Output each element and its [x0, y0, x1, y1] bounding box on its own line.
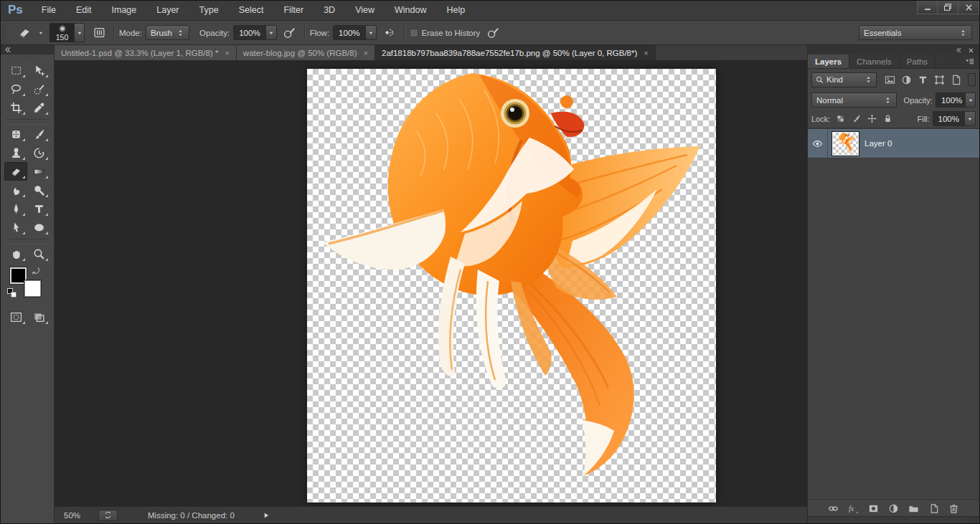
rectangular-marquee-tool[interactable] — [4, 61, 27, 80]
layer-style-fx-button[interactable] — [847, 501, 860, 515]
minimize-button[interactable] — [917, 1, 938, 14]
hand-tool[interactable] — [4, 244, 27, 263]
type-tool[interactable] — [27, 199, 50, 218]
mode-dropdown[interactable]: Brush — [146, 25, 189, 40]
lock-all-button[interactable] — [880, 112, 895, 126]
tab-close-button[interactable]: × — [364, 49, 368, 57]
lock-position-button[interactable] — [864, 112, 880, 126]
default-colors-icon[interactable] — [7, 288, 17, 298]
smart-object-filter-button[interactable] — [948, 72, 963, 87]
workspace-dropdown[interactable]: Essentials — [859, 25, 972, 40]
background-color-swatch[interactable] — [24, 280, 41, 297]
canvas-area[interactable] — [55, 61, 807, 506]
pen-tool[interactable] — [4, 199, 27, 218]
opacity-input[interactable]: 100% — [233, 25, 276, 40]
tab-close-button[interactable]: × — [644, 49, 648, 57]
menu-window[interactable]: Window — [385, 1, 436, 20]
smudge-tool[interactable] — [4, 181, 27, 199]
menu-view[interactable]: View — [345, 1, 385, 20]
canvas-document[interactable] — [307, 69, 716, 502]
zoom-tool[interactable] — [27, 244, 50, 263]
quick-mask-button[interactable] — [4, 308, 27, 326]
pixel-layer-filter-button[interactable] — [882, 72, 897, 87]
dodge-tool[interactable] — [27, 181, 50, 199]
gradient-tool[interactable] — [27, 162, 50, 181]
tab-channels[interactable]: Channels — [849, 54, 900, 68]
new-group-button[interactable] — [907, 501, 920, 515]
tab-close-button[interactable]: × — [225, 49, 229, 57]
new-layer-button[interactable] — [927, 501, 941, 515]
menu-3d[interactable]: 3D — [314, 1, 345, 20]
tool-options-bar: 150 Mode: Brush Opacity: 100% Flow: — [1, 21, 979, 45]
sync-status-icon[interactable] — [98, 510, 118, 521]
airbrush-toggle-icon[interactable] — [380, 24, 399, 42]
tab-layers[interactable]: Layers — [808, 54, 849, 68]
brush-size-picker[interactable]: 150 — [50, 23, 85, 42]
collapse-panels-icon[interactable] — [955, 45, 962, 55]
history-brush-tool[interactable] — [27, 143, 50, 162]
ellipse-shape-tool[interactable] — [27, 218, 50, 237]
path-selection-tool[interactable] — [4, 218, 27, 237]
menu-filter[interactable]: Filter — [273, 1, 314, 20]
menu-select[interactable]: Select — [229, 1, 274, 20]
add-layer-mask-button[interactable] — [867, 501, 880, 515]
document-tab[interactable]: water-blog.jpg @ 50% (RGB/8)× — [237, 45, 375, 60]
type-layer-filter-button[interactable] — [915, 72, 930, 87]
tab-paths[interactable]: Paths — [900, 54, 936, 68]
eraser-tool[interactable] — [4, 162, 27, 181]
lasso-tool[interactable] — [4, 80, 27, 98]
tool-preset-dropdown-icon[interactable] — [37, 29, 44, 37]
brush-tool[interactable] — [27, 125, 50, 143]
brush-panel-toggle-button[interactable] — [90, 24, 108, 42]
document-tab[interactable]: Untitled-1.psd @ 33.3% (Layer 1, RGB/8) … — [55, 45, 237, 60]
lock-icons — [833, 112, 895, 126]
menu-edit[interactable]: Edit — [66, 1, 102, 20]
menu-image[interactable]: Image — [102, 1, 147, 20]
zoom-level-field[interactable]: 50% — [64, 511, 93, 520]
crop-tool[interactable] — [4, 98, 27, 117]
restore-button[interactable] — [938, 1, 958, 14]
filter-kind-dropdown[interactable]: Kind — [811, 72, 877, 87]
clone-stamp-tool[interactable] — [4, 143, 27, 162]
filtering-toggle-switch[interactable] — [968, 73, 976, 86]
close-button[interactable] — [958, 1, 979, 14]
link-layers-button[interactable] — [826, 501, 840, 515]
screen-mode-button[interactable] — [27, 308, 50, 326]
delete-layer-button[interactable] — [947, 501, 961, 515]
close-panel-icon[interactable] — [968, 45, 974, 55]
panel-resize-grip[interactable] — [969, 517, 978, 523]
menu-type[interactable]: Type — [189, 1, 229, 20]
size-pressure-icon[interactable] — [484, 24, 502, 42]
blend-mode-dropdown[interactable]: Normal — [811, 92, 897, 108]
tools-drag-handle[interactable] — [1, 54, 54, 61]
layer-name[interactable]: Layer 0 — [864, 139, 892, 148]
eraser-tool-preset-icon[interactable] — [15, 24, 34, 42]
shape-layer-filter-button[interactable] — [932, 72, 947, 87]
options-drag-handle[interactable] — [2, 24, 7, 42]
menu-help[interactable]: Help — [437, 1, 476, 20]
quick-selection-tool[interactable] — [27, 80, 50, 98]
opacity-pressure-icon[interactable] — [281, 24, 299, 42]
layer-fill-input[interactable]: 100% — [933, 111, 976, 126]
menu-layer[interactable]: Layer — [146, 1, 189, 20]
status-options-arrow-icon[interactable] — [262, 510, 270, 520]
new-adjustment-layer-button[interactable] — [887, 501, 900, 515]
adjustment-layer-filter-button[interactable] — [899, 72, 914, 87]
panel-menu-icon[interactable] — [964, 54, 979, 68]
menu-file[interactable]: File — [32, 1, 66, 20]
eyedropper-tool[interactable] — [27, 98, 50, 117]
lock-transparency-button[interactable] — [833, 112, 848, 126]
flow-input[interactable]: 100% — [333, 25, 376, 40]
move-tool[interactable] — [27, 61, 50, 80]
layer-thumbnail[interactable] — [832, 132, 859, 156]
erase-to-history-checkbox[interactable] — [410, 29, 418, 37]
layer-visibility-eye-icon[interactable] — [808, 129, 828, 158]
healing-brush-tool[interactable] — [4, 125, 27, 143]
document-tab[interactable]: 2af1818b797baa839a788ae7552fe17b.png @ 5… — [375, 45, 656, 60]
tools-collapse-button[interactable] — [1, 45, 54, 54]
layer-row[interactable]: Layer 0 — [808, 129, 979, 158]
swap-colors-icon[interactable]: ⤾ — [32, 266, 39, 276]
layer-opacity-input[interactable]: 100% — [936, 92, 976, 108]
panel-resize-handle[interactable] — [881, 518, 907, 521]
lock-pixels-button[interactable] — [849, 112, 864, 126]
